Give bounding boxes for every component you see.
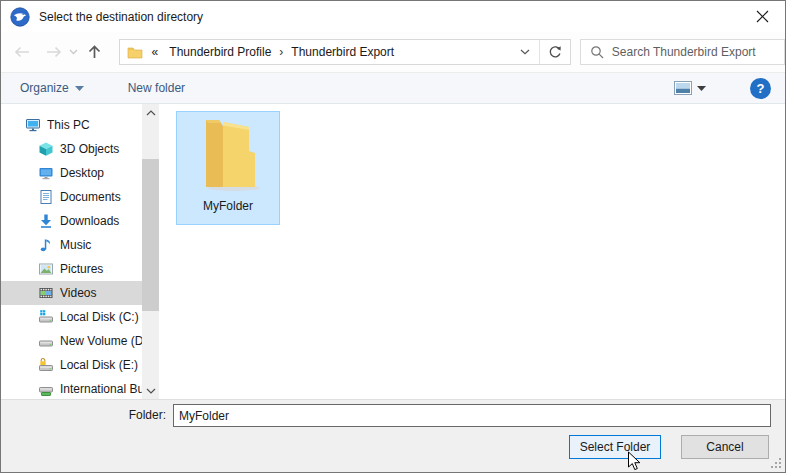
thunderbird-app-icon (10, 7, 30, 27)
dialog-title: Select the destination directory (39, 10, 203, 24)
folder-icon (189, 112, 267, 198)
sidebar-item-label: Documents (60, 190, 121, 204)
breadcrumb-item-thunderbird-export[interactable]: Thunderbird Export (284, 40, 401, 64)
address-dropdown-button[interactable] (511, 40, 539, 64)
sidebar-item-3d-objects[interactable]: 3D Objects (1, 137, 142, 161)
sidebar-item-label: Downloads (60, 214, 119, 228)
breadcrumb-overflow[interactable]: « (148, 40, 163, 64)
close-icon (756, 10, 769, 23)
address-bar[interactable]: « Thunderbird Profile › Thunderbird Expo… (119, 39, 571, 65)
videos-icon (38, 285, 54, 301)
sidebar-item-label: Local Disk (C:) (60, 310, 139, 324)
forward-button[interactable] (41, 38, 67, 66)
sidebar-item-label: Local Disk (E:) (60, 358, 138, 372)
organize-button[interactable]: Organize (12, 75, 92, 101)
drive-icon (38, 333, 54, 349)
folder-icon (127, 45, 143, 59)
up-button[interactable] (81, 38, 109, 66)
pictures-icon (38, 261, 54, 277)
desktop-icon (38, 165, 54, 181)
search-box[interactable] (580, 39, 785, 65)
scroll-up-button[interactable] (142, 104, 159, 121)
titlebar: Select the destination directory (1, 1, 785, 32)
3d-objects-icon (38, 141, 54, 157)
downloads-icon (38, 213, 54, 229)
close-button[interactable] (739, 1, 785, 31)
locked-drive-icon (38, 357, 54, 373)
back-arrow-icon (13, 45, 31, 59)
chevron-up-icon (146, 110, 156, 116)
sidebar-item-label: 3D Objects (60, 142, 119, 156)
navigation-pane: This PC 3D Objects Desktop (1, 104, 142, 399)
sidebar-item-label: International Bus (60, 382, 142, 396)
chevron-down-icon (146, 388, 156, 394)
network-drive-icon (38, 381, 54, 397)
mouse-cursor (627, 451, 642, 472)
help-icon: ? (757, 81, 765, 96)
sidebar-scrollbar[interactable] (142, 104, 159, 399)
resize-grip[interactable] (770, 457, 782, 469)
refresh-button[interactable] (540, 40, 570, 64)
refresh-icon (548, 45, 562, 59)
sidebar-item-label: New Volume (D:) (60, 334, 142, 348)
scroll-down-button[interactable] (142, 382, 159, 399)
sidebar-item-label: Desktop (60, 166, 104, 180)
search-input[interactable] (612, 45, 784, 59)
sidebar-item-pictures[interactable]: Pictures (1, 257, 142, 281)
chevron-down-icon (69, 49, 78, 55)
dialog-footer: Folder: Select Folder Cancel (1, 399, 785, 472)
sidebar-item-downloads[interactable]: Downloads (1, 209, 142, 233)
sidebar-item-this-pc[interactable]: This PC (1, 113, 142, 137)
sidebar-item-label: Videos (60, 286, 96, 300)
new-folder-label: New folder (128, 81, 185, 95)
folder-field-label: Folder: (1, 408, 166, 422)
folder-name-input[interactable] (173, 404, 771, 427)
sidebar-item-desktop[interactable]: Desktop (1, 161, 142, 185)
sidebar-item-music[interactable]: Music (1, 233, 142, 257)
scrollbar-thumb[interactable] (142, 159, 159, 311)
documents-icon (38, 189, 54, 205)
file-dialog-window: Select the destination directory (0, 0, 786, 473)
sidebar-item-label: Music (60, 238, 91, 252)
chevron-down-icon (697, 86, 706, 91)
chevron-down-icon (75, 86, 84, 91)
change-view-button[interactable] (674, 81, 706, 95)
folder-tile-label: MyFolder (203, 199, 253, 213)
organize-label: Organize (20, 81, 69, 95)
music-icon (38, 237, 54, 253)
chevron-down-icon (520, 49, 530, 55)
breadcrumb-item-thunderbird-profile[interactable]: Thunderbird Profile (162, 40, 278, 64)
new-folder-button[interactable]: New folder (120, 75, 193, 101)
sidebar-item-label: This PC (47, 118, 90, 132)
sidebar-item-new-volume-d[interactable]: New Volume (D:) (1, 329, 142, 353)
sidebar-item-local-disk-c[interactable]: Local Disk (C:) (1, 305, 142, 329)
dialog-body: This PC 3D Objects Desktop (1, 104, 785, 399)
up-arrow-icon (87, 44, 102, 60)
sidebar-item-local-disk-e[interactable]: Local Disk (E:) (1, 353, 142, 377)
folder-tile-myfolder[interactable]: MyFolder (176, 111, 280, 225)
back-button[interactable] (9, 38, 35, 66)
select-folder-button[interactable]: Select Folder (569, 435, 661, 459)
file-list-pane[interactable]: MyFolder (159, 104, 785, 399)
help-button[interactable]: ? (750, 78, 771, 99)
cancel-button[interactable]: Cancel (681, 435, 769, 459)
windows-drive-icon (38, 309, 54, 325)
forward-arrow-icon (45, 45, 63, 59)
sidebar-item-videos[interactable]: Videos (1, 281, 142, 305)
sidebar-item-international-bus[interactable]: International Bus (1, 377, 142, 399)
navigation-bar: « Thunderbird Profile › Thunderbird Expo… (1, 32, 785, 72)
search-icon (590, 45, 604, 59)
command-toolbar: Organize New folder ? (1, 72, 785, 104)
cancel-label: Cancel (706, 440, 743, 454)
view-thumbnail-icon (674, 81, 692, 95)
sidebar-item-label: Pictures (60, 262, 103, 276)
sidebar-item-documents[interactable]: Documents (1, 185, 142, 209)
recent-locations-button[interactable] (67, 38, 81, 66)
this-pc-icon (25, 117, 41, 133)
